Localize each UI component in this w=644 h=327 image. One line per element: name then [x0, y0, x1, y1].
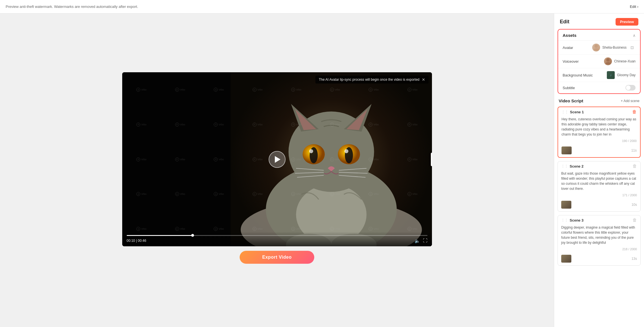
preview-button[interactable]: Preview: [616, 18, 638, 26]
avatar-label: Avatar: [563, 46, 573, 50]
right-panel: Edit Preview Assets ∧ Avatar: [554, 13, 644, 327]
notification-text: The AI Avatar lip-sync process will begi…: [319, 78, 419, 82]
total-time: 00:46: [138, 239, 146, 243]
avatar-placeholder: [592, 44, 600, 51]
asset-row-voiceover: Voiceover Chinese-Xuan: [558, 55, 640, 68]
scene-3-header: ⋮⋮ Scene 3 🗑: [558, 215, 640, 225]
notification-close[interactable]: ✕: [422, 77, 425, 82]
scene-3-thumb-img: [561, 255, 571, 263]
scene-2-label: Scene 2: [570, 164, 632, 168]
svg-point-13: [309, 149, 313, 153]
time-display: 00:10 | 00:46: [127, 239, 146, 243]
scene-3-drag-handle[interactable]: ⋮⋮: [561, 218, 568, 222]
volume-icon[interactable]: 🔈: [415, 238, 420, 243]
subtitle-toggle[interactable]: [625, 85, 636, 91]
export-section: Export Video: [235, 246, 318, 268]
asset-row-subtitle: Subtitle: [558, 82, 640, 93]
voiceover-label: Voiceover: [563, 59, 579, 64]
asset-row-bgmusic: Background Music ♪ Gloomy Day: [558, 68, 640, 82]
video-area: The AI Avatar lip-sync process will begi…: [0, 13, 554, 327]
subtitle-value: [625, 85, 636, 91]
avatar-edit-button[interactable]: ⊡: [629, 44, 636, 51]
progress-bar[interactable]: [127, 235, 427, 236]
script-header: Video Script + Add scene: [558, 98, 641, 103]
assets-section: Assets ∧ Avatar Shelia-Business: [558, 29, 641, 94]
panel-toggle-button[interactable]: [431, 153, 432, 166]
controls-row: 00:10 | 00:46 🔈 ⛶: [127, 238, 427, 243]
video-container: The AI Avatar lip-sync process will begi…: [122, 72, 432, 246]
main-content: The AI Avatar lip-sync process will begi…: [0, 13, 644, 327]
video-frame: ⊙Vrbo ⊙Vrbo ⊙Vrbo ⊙Vrbo ⊙Vrbo ⊙Vrbo ⊙Vrb…: [122, 72, 432, 246]
voiceover-name: Chinese-Xuan: [614, 59, 636, 63]
scene-3-text[interactable]: Digging deeper, imagine a magical field …: [558, 225, 640, 247]
video-notification: The AI Avatar lip-sync process will begi…: [315, 76, 428, 84]
svg-point-23: [594, 44, 598, 48]
add-scene-button[interactable]: + Add scene: [621, 99, 639, 103]
panel-title: Edit: [560, 19, 569, 25]
scene-2-text[interactable]: But wait, gaze into those magnificent ye…: [558, 171, 640, 193]
control-icons: 🔈 ⛶: [415, 238, 427, 243]
top-bar: Preview anti-theft watermark. Watermarks…: [0, 0, 644, 13]
scene-3-label: Scene 3: [570, 218, 632, 222]
voiceover-placeholder: [604, 57, 612, 65]
voiceover-value: Chinese-Xuan: [604, 57, 636, 65]
scene-card-2: ⋮⋮ Scene 2 🗑 But wait, gaze into those m…: [558, 161, 641, 212]
scene-1-thumb-img: [561, 146, 572, 154]
subtitle-label: Subtitle: [563, 86, 575, 90]
scene-2-header: ⋮⋮ Scene 2 🗑: [558, 161, 640, 171]
progress-thumb: [191, 234, 194, 237]
scene-2-footer: 10s: [558, 199, 640, 211]
avatar-value: Shelia-Business ⊡: [592, 44, 636, 51]
edit-link[interactable]: Edit ›: [630, 4, 638, 9]
watermark-notice: Preview anti-theft watermark. Watermarks…: [6, 4, 138, 9]
avatar-image: [592, 44, 600, 51]
scene-3-thumbnail[interactable]: [561, 255, 571, 263]
scene-1-char-count: 190 / 2000: [558, 139, 640, 145]
assets-title: Assets: [563, 33, 576, 38]
music-thumbnail: ♪: [607, 71, 615, 79]
script-title: Video Script: [559, 98, 583, 103]
assets-header: Assets ∧: [558, 30, 640, 41]
play-button[interactable]: [269, 151, 286, 168]
scene-card-1: ⋮⋮ Scene 1 🗑 Hey there, cuteness overloa…: [558, 107, 641, 158]
scene-card-3: ⋮⋮ Scene 3 🗑 Digging deeper, imagine a m…: [558, 215, 641, 266]
export-video-button[interactable]: Export Video: [240, 251, 314, 264]
scene-1-duration: 11s: [631, 148, 637, 152]
scene-2-thumbnail[interactable]: [561, 201, 571, 209]
scene-1-delete[interactable]: 🗑: [632, 109, 637, 114]
svg-point-14: [344, 149, 348, 153]
current-time: 00:10: [127, 239, 135, 243]
scene-3-delete[interactable]: 🗑: [632, 218, 637, 223]
fullscreen-icon[interactable]: ⛶: [423, 238, 427, 243]
svg-point-24: [606, 58, 610, 62]
scene-3-char-count: 218 / 2000: [558, 247, 640, 253]
bgmusic-name: Gloomy Day: [617, 73, 636, 77]
panel-header: Edit Preview: [554, 13, 644, 29]
assets-collapse-icon[interactable]: ∧: [633, 33, 636, 38]
cat-image-area: [231, 72, 432, 246]
scene-1-label: Scene 1: [570, 110, 632, 114]
voiceover-image: [604, 57, 612, 65]
play-icon: [275, 156, 280, 163]
scene-2-drag-handle[interactable]: ⋮⋮: [561, 164, 568, 168]
scene-2-duration: 10s: [632, 203, 637, 207]
progress-fill: [127, 235, 193, 236]
scene-1-header: ⋮⋮ Scene 1 🗑: [558, 107, 640, 117]
script-section: Video Script + Add scene ⋮⋮ Scene 1 🗑 He…: [554, 98, 644, 327]
bgmusic-value: ♪ Gloomy Day: [607, 71, 636, 79]
scene-1-footer: 11s: [558, 145, 640, 157]
scene-1-text[interactable]: Hey there, cuteness overload coming your…: [558, 117, 640, 139]
avatar-name: Shelia-Business: [602, 46, 627, 49]
scene-1-drag-handle[interactable]: ⋮⋮: [561, 110, 568, 114]
scene-2-delete[interactable]: 🗑: [632, 164, 637, 169]
toggle-knob: [626, 85, 630, 90]
scene-3-duration: 13s: [632, 257, 637, 261]
scene-3-footer: 13s: [558, 253, 640, 265]
scene-2-thumb-img: [561, 201, 571, 209]
video-controls: 00:10 | 00:46 🔈 ⛶: [122, 232, 432, 246]
bgmusic-label: Background Music: [563, 73, 593, 77]
scene-2-char-count: 171 / 2000: [558, 193, 640, 199]
scene-1-thumbnail[interactable]: [561, 146, 572, 154]
asset-row-avatar: Avatar Shelia-Business ⊡: [558, 41, 640, 55]
video-left-panel: [122, 72, 231, 246]
